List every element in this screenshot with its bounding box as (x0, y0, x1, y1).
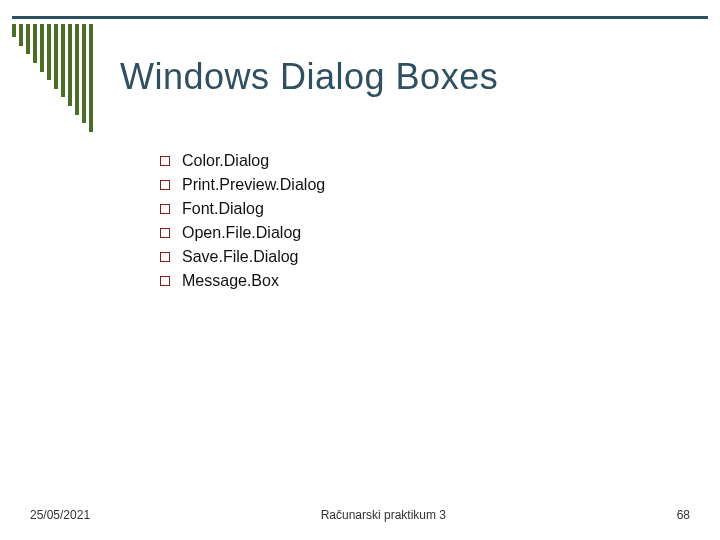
bullet-text: Color.Dialog (182, 152, 269, 170)
bullet-text: Print.Preview.Dialog (182, 176, 325, 194)
bullet-text: Message.Box (182, 272, 279, 290)
top-rule (12, 16, 708, 19)
square-bullet-icon (160, 180, 170, 190)
list-item: Color.Dialog (160, 152, 325, 170)
bullet-text: Font.Dialog (182, 200, 264, 218)
square-bullet-icon (160, 204, 170, 214)
bullet-text: Open.File.Dialog (182, 224, 301, 242)
decorative-stripes (12, 24, 104, 132)
square-bullet-icon (160, 228, 170, 238)
bullet-text: Save.File.Dialog (182, 248, 299, 266)
list-item: Font.Dialog (160, 200, 325, 218)
list-item: Message.Box (160, 272, 325, 290)
square-bullet-icon (160, 156, 170, 166)
list-item: Open.File.Dialog (160, 224, 325, 242)
square-bullet-icon (160, 252, 170, 262)
list-item: Save.File.Dialog (160, 248, 325, 266)
footer-course: Računarski praktikum 3 (90, 508, 677, 522)
bullet-list: Color.Dialog Print.Preview.Dialog Font.D… (160, 152, 325, 296)
slide-footer: 25/05/2021 Računarski praktikum 3 68 (0, 508, 720, 522)
footer-page: 68 (677, 508, 690, 522)
slide-title: Windows Dialog Boxes (120, 56, 498, 98)
list-item: Print.Preview.Dialog (160, 176, 325, 194)
footer-date: 25/05/2021 (30, 508, 90, 522)
square-bullet-icon (160, 276, 170, 286)
